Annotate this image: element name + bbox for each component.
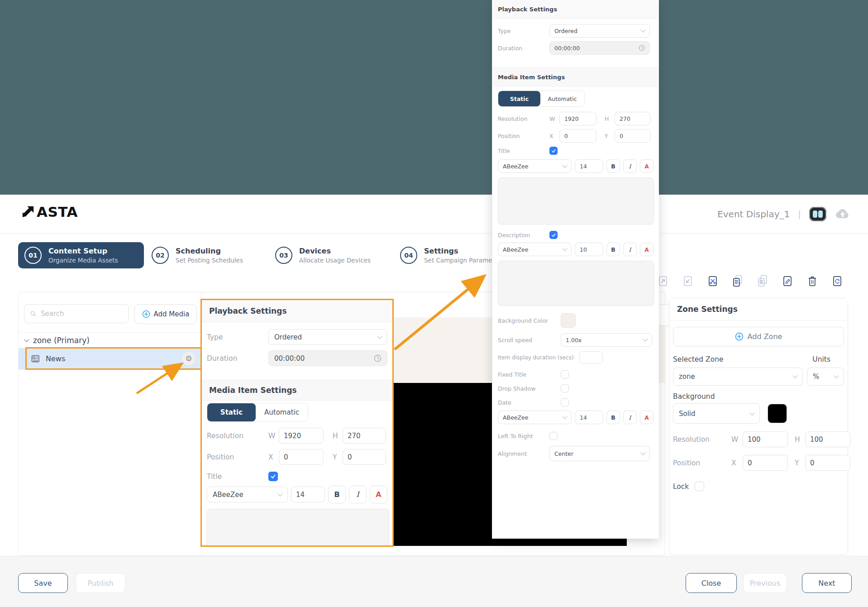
refresh-icon[interactable] (831, 275, 843, 287)
step-scheduling[interactable]: 02 Scheduling Set Posting Schedules (152, 242, 243, 268)
bold-button[interactable]: B (606, 243, 620, 256)
background-color-label: Background Color (498, 317, 561, 324)
title-checkbox[interactable] (549, 147, 558, 155)
step-subtitle: Organize Media Assets (48, 257, 118, 264)
media-search[interactable] (24, 304, 129, 323)
alignment-select[interactable]: Center (549, 446, 650, 461)
automatic-toggle[interactable]: Automatic (256, 408, 308, 416)
resolution-w-input[interactable] (559, 112, 596, 125)
title-font-select[interactable]: ABeeZee (207, 487, 288, 502)
type-select[interactable]: Ordered (268, 329, 387, 345)
edit-icon[interactable] (782, 275, 793, 287)
section-header: Playback Settings (492, 0, 659, 19)
position-y-input[interactable] (343, 449, 386, 465)
zone-resolution-h-input[interactable] (805, 431, 850, 447)
resolution-h-input[interactable] (343, 428, 386, 444)
static-toggle[interactable]: Static (498, 91, 540, 106)
description-checkbox[interactable] (549, 231, 558, 239)
zone-group-row[interactable]: zone (Primary) (19, 333, 201, 348)
selected-zone-select[interactable]: zone (673, 368, 803, 386)
step-subtitle: Allocate Usage Devices (299, 257, 371, 264)
zone-resolution-w-input[interactable] (743, 431, 788, 447)
save-button[interactable]: Save (18, 573, 68, 593)
title-textarea[interactable] (498, 177, 654, 225)
italic-button[interactable]: I (623, 411, 637, 424)
left-to-right-checkbox[interactable] (549, 432, 558, 440)
add-zone-button[interactable]: Add Zone (673, 327, 844, 346)
title-textarea[interactable] (207, 509, 389, 547)
search-input[interactable] (40, 309, 123, 318)
next-button[interactable]: Next (802, 573, 852, 593)
font-color-button[interactable]: A (640, 411, 653, 424)
step-content-setup[interactable]: 01 Content Setup Organize Media Assets (18, 242, 144, 268)
font-color-button[interactable]: A (370, 486, 387, 503)
item-display-duration-input[interactable] (579, 351, 603, 364)
duration-input[interactable]: 00:00:00 (549, 41, 650, 55)
add-media-button[interactable]: Add Media (134, 304, 197, 324)
background-color-swatch[interactable] (561, 313, 576, 328)
zone-position-x-input[interactable] (743, 455, 788, 471)
bold-button[interactable]: B (328, 486, 346, 503)
cloud-upload-icon[interactable] (835, 208, 851, 220)
step-settings[interactable]: 04 Settings Set Campaign Parameters (400, 242, 504, 268)
type-select[interactable]: Ordered (549, 24, 650, 38)
media-item-news[interactable]: News ⚙ (19, 348, 201, 370)
import-icon[interactable] (682, 275, 694, 287)
background-type-select[interactable]: Solid (673, 403, 760, 424)
step-title: Scheduling (176, 247, 243, 255)
assistant-bot-icon[interactable] (809, 207, 826, 221)
drop-shadow-checkbox[interactable] (561, 384, 569, 392)
title-font-size-input[interactable] (291, 487, 325, 502)
title-label: Title (498, 148, 549, 154)
position-y-input[interactable] (615, 129, 650, 143)
italic-button[interactable]: I (623, 243, 637, 256)
fixed-title-checkbox[interactable] (561, 370, 569, 378)
static-toggle[interactable]: Static (207, 403, 256, 421)
delete-icon[interactable] (806, 275, 818, 287)
title-checkbox[interactable] (268, 472, 278, 481)
background-color-swatch[interactable] (768, 404, 787, 423)
description-textarea[interactable] (498, 261, 654, 306)
resolution-label: Resolution (207, 432, 268, 440)
position-x-input[interactable] (279, 449, 324, 465)
bold-button[interactable]: B (606, 159, 620, 173)
automatic-toggle[interactable]: Automatic (540, 96, 584, 102)
italic-button[interactable]: I (349, 486, 367, 503)
date-font-size-input[interactable] (575, 411, 603, 424)
item-settings-gear[interactable]: ⚙ (182, 352, 196, 365)
title-font-size-input[interactable] (575, 159, 603, 173)
resolution-label: Resolution (498, 115, 549, 122)
chevron-down-icon (640, 450, 645, 455)
position-x-input[interactable] (559, 129, 596, 143)
previous-button[interactable]: Previous (743, 573, 787, 593)
resolution-h-input[interactable] (615, 112, 650, 125)
date-checkbox[interactable] (561, 398, 569, 406)
font-color-button[interactable]: A (640, 243, 653, 256)
publish-button[interactable]: Publish (76, 573, 125, 593)
copy-icon[interactable] (732, 275, 744, 287)
description-font-size-input[interactable] (575, 243, 603, 256)
cut-icon[interactable] (707, 275, 719, 287)
duration-input[interactable]: 00:00:00 (268, 350, 387, 366)
step-devices[interactable]: 03 Devices Allocate Usage Devices (275, 242, 371, 268)
description-font-select[interactable]: ABeeZee (498, 243, 572, 256)
zone-position-y-input[interactable] (805, 455, 850, 471)
font-color-button[interactable]: A (640, 159, 653, 173)
description-label: Description (498, 232, 549, 239)
chevron-down-icon (277, 491, 282, 496)
bold-button[interactable]: B (606, 411, 620, 424)
lock-checkbox[interactable] (695, 482, 704, 491)
date-label: Date (498, 399, 561, 406)
close-button[interactable]: Close (686, 573, 737, 593)
units-select[interactable]: % (807, 368, 844, 386)
chevron-down-icon (562, 414, 567, 419)
resolution-label: Resolution (673, 435, 731, 444)
scroll-speed-select[interactable]: 1.00x (561, 333, 652, 347)
resolution-w-input[interactable] (279, 428, 324, 444)
media-mode-toggle: Static Automatic (207, 403, 308, 422)
italic-button[interactable]: I (623, 159, 637, 173)
position-label: Position (498, 133, 549, 139)
paste-icon[interactable] (757, 275, 768, 287)
title-font-select[interactable]: ABeeZee (498, 159, 572, 173)
date-font-select[interactable]: ABeeZee (498, 411, 572, 424)
